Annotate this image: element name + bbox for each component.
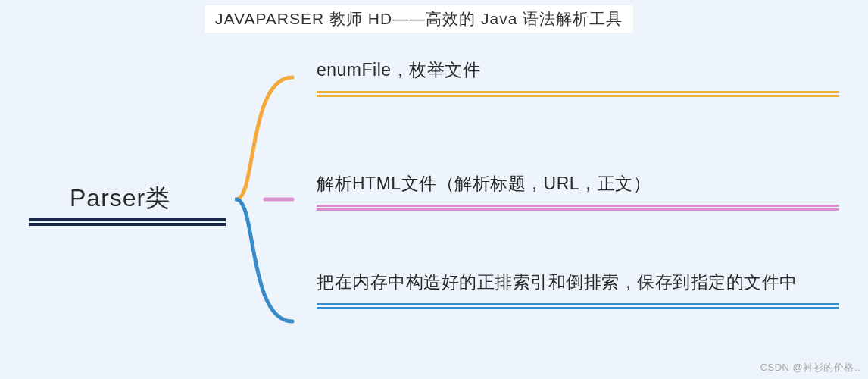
page-title: JAVAPARSER 教师 HD——高效的 Java 语法解析工具 (205, 5, 633, 33)
child-node-2-underline (317, 205, 839, 211)
child-node-3-underline (317, 303, 839, 309)
child-node-3-label: 把在内存中构造好的正排索引和倒排索，保存到指定的文件中 (317, 269, 839, 296)
root-node-label: Parser类 (70, 182, 170, 215)
bracket-connector (235, 55, 295, 344)
watermark: CSDN @衬衫的价格.. (760, 361, 860, 374)
child-node-1: enumFile，枚举文件 (317, 57, 839, 97)
child-node-1-underline (317, 91, 839, 97)
child-node-3: 把在内存中构造好的正排索引和倒排索，保存到指定的文件中 (317, 269, 839, 309)
child-node-2: 解析HTML文件（解析标题，URL，正文） (317, 171, 839, 211)
child-node-1-label: enumFile，枚举文件 (317, 57, 839, 83)
child-node-2-label: 解析HTML文件（解析标题，URL，正文） (317, 171, 839, 197)
root-node-underline (29, 218, 226, 226)
